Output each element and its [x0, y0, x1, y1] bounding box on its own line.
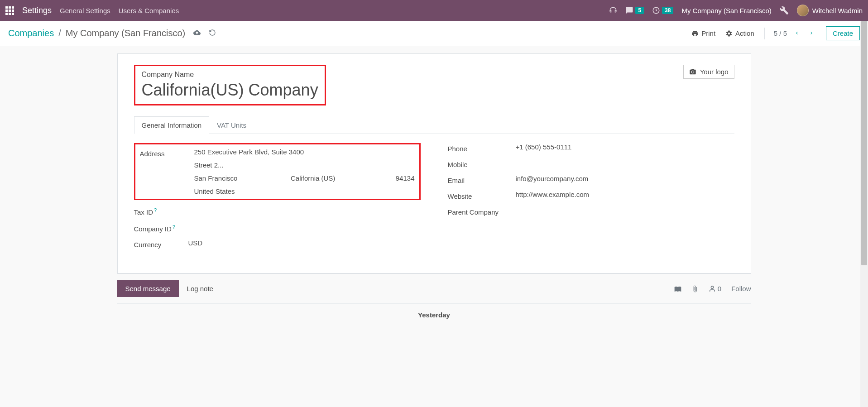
email-label: Email [448, 175, 516, 184]
city-input[interactable]: San Francisco [194, 174, 278, 182]
address-label: Address [140, 148, 194, 158]
create-button[interactable]: Create [826, 26, 860, 40]
debug-icon[interactable] [780, 6, 789, 15]
messages-icon[interactable]: 5 [625, 6, 644, 14]
activity-icon[interactable] [674, 285, 681, 292]
attachments-icon[interactable] [691, 285, 699, 292]
company-id-label: Company ID? [134, 222, 188, 233]
company-name-input[interactable]: California(US) Company [142, 81, 318, 100]
discard-icon[interactable] [209, 29, 216, 38]
user-name: Witchell Wadmin [812, 7, 863, 14]
chatter: Send message Log note 0 Follow Yesterday [117, 273, 751, 321]
address-fields: 250 Executive Park Blvd, Suite 3400 Stre… [194, 148, 415, 195]
breadcrumb: Companies / My Company (San Francisco) [8, 28, 216, 38]
scrollbar-thumb[interactable] [861, 21, 867, 265]
app-title[interactable]: Settings [22, 6, 52, 15]
top-nav: Settings General Settings Users & Compan… [0, 0, 868, 21]
form-body: Address 250 Executive Park Blvd, Suite 3… [134, 134, 734, 255]
print-icon [691, 30, 699, 37]
breadcrumb-separator: / [58, 28, 61, 38]
control-panel: Companies / My Company (San Francisco) P… [0, 21, 868, 46]
chatter-tools: 0 Follow [674, 285, 751, 292]
tabs: General Information VAT Units [134, 116, 734, 134]
top-nav-right: 5 38 My Company (San Francisco) Witchell… [609, 5, 863, 16]
website-input[interactable]: http://www.example.com [516, 191, 734, 198]
follow-button[interactable]: Follow [731, 285, 751, 292]
svg-point-2 [711, 286, 713, 288]
pager-next-icon[interactable] [807, 28, 816, 39]
phone-label: Phone [448, 143, 516, 153]
logo-upload[interactable]: Your logo [683, 65, 734, 79]
chatter-topbar: Send message Log note 0 Follow [117, 274, 751, 304]
company-id-help-icon[interactable]: ? [173, 224, 175, 230]
breadcrumb-current: My Company (San Francisco) [66, 28, 186, 38]
address-highlight-box: Address 250 Executive Park Blvd, Suite 3… [134, 143, 421, 200]
street-input[interactable]: 250 Executive Park Blvd, Suite 3400 [194, 148, 415, 156]
state-input[interactable]: California (US) [291, 174, 374, 182]
cloud-save-icon[interactable] [193, 29, 201, 38]
company-name-area: Company Name California(US) Company [134, 65, 326, 105]
tax-id-label: Tax ID? [134, 206, 188, 216]
tax-id-help-icon[interactable]: ? [154, 207, 157, 213]
tab-vat-units[interactable]: VAT Units [209, 116, 254, 134]
top-nav-left: Settings General Settings Users & Compan… [5, 6, 179, 15]
control-panel-actions: Print Action 5 / 5 Create [691, 26, 860, 40]
email-input[interactable]: info@yourcompany.com [516, 175, 734, 182]
pager-prev-icon[interactable] [792, 28, 801, 39]
activities-badge: 38 [662, 7, 673, 14]
user-menu[interactable]: Witchell Wadmin [797, 5, 863, 16]
voip-icon[interactable] [609, 6, 617, 14]
send-message-button[interactable]: Send message [117, 280, 179, 297]
company-selector[interactable]: My Company (San Francisco) [681, 7, 771, 14]
right-column: Phone +1 (650) 555-0111 Mobile Email inf… [448, 143, 734, 255]
form-container: Your logo Company Name California(US) Co… [0, 46, 868, 328]
phone-input[interactable]: +1 (650) 555-0111 [516, 143, 734, 151]
log-note-button[interactable]: Log note [179, 280, 221, 297]
followers-button[interactable]: 0 [709, 285, 721, 292]
apps-menu-icon[interactable] [5, 6, 14, 15]
avatar [797, 5, 809, 16]
pager-value[interactable]: 5 / 5 [774, 29, 787, 37]
country-input[interactable]: United States [194, 187, 415, 195]
scrollbar[interactable] [860, 21, 868, 328]
company-name-label: Company Name [142, 71, 318, 79]
tab-general-information[interactable]: General Information [134, 116, 210, 134]
chatter-buttons: Send message Log note [117, 280, 221, 297]
website-label: Website [448, 191, 516, 200]
chatter-date-header: Yesterday [117, 304, 751, 321]
breadcrumb-root[interactable]: Companies [8, 28, 54, 38]
nav-general-settings[interactable]: General Settings [60, 7, 110, 14]
camera-icon [689, 68, 696, 76]
form-sheet: Your logo Company Name California(US) Co… [117, 53, 751, 273]
svg-point-1 [692, 71, 694, 72]
activities-icon[interactable]: 38 [652, 6, 673, 14]
pager: 5 / 5 [764, 28, 816, 39]
currency-input[interactable]: USD [188, 239, 421, 247]
print-button[interactable]: Print [691, 29, 715, 37]
street2-input[interactable]: Street 2... [194, 161, 415, 169]
messages-badge: 5 [635, 7, 644, 14]
parent-company-label: Parent Company [448, 206, 516, 216]
nav-users-companies[interactable]: Users & Companies [119, 7, 179, 14]
left-column: Address 250 Executive Park Blvd, Suite 3… [134, 143, 421, 255]
currency-label: Currency [134, 239, 188, 249]
gear-icon [725, 30, 733, 37]
action-button[interactable]: Action [725, 29, 754, 37]
mobile-label: Mobile [448, 159, 516, 168]
zip-input[interactable]: 94134 [388, 174, 415, 182]
